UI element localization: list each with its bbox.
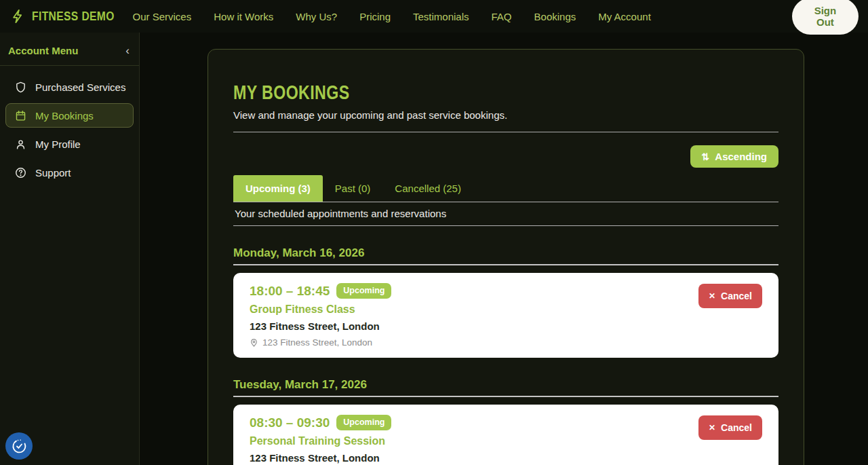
brand-name: FITNESS DEMO xyxy=(32,9,115,24)
tab-cancelled[interactable]: Cancelled (25) xyxy=(382,175,473,202)
sidebar-item-label: My Profile xyxy=(35,138,81,150)
nav-link-my-account[interactable]: My Account xyxy=(598,11,651,22)
nav-link-bookings[interactable]: Bookings xyxy=(534,11,576,22)
user-icon xyxy=(14,138,26,150)
brand-logo[interactable]: FITNESS DEMO xyxy=(11,8,133,24)
sort-button-label: Ascending xyxy=(715,151,767,162)
header-divider xyxy=(233,132,778,132)
booking-time-row: 18:00 – 18:45 Upcoming xyxy=(250,283,762,299)
nav-link-why-us[interactable]: Why Us? xyxy=(296,11,337,22)
booking-address: 123 Fitness Street, London xyxy=(250,320,762,332)
page-body: Account Menu ‹ Purchased Services xyxy=(0,33,868,465)
cancel-button-label: Cancel xyxy=(721,422,752,433)
lightning-bolt-icon xyxy=(11,8,26,24)
page-subtitle: View and manage your upcoming and past s… xyxy=(233,109,778,121)
date-heading: Tuesday, March 17, 2026 xyxy=(233,378,778,397)
shield-icon xyxy=(14,81,26,93)
close-icon: ✕ xyxy=(709,423,715,432)
cancel-booking-button[interactable]: ✕ Cancel xyxy=(698,284,762,308)
cancel-booking-button[interactable]: ✕ Cancel xyxy=(698,415,762,440)
bookings-tab-bar: Upcoming (3) Past (0) Cancelled (25) xyxy=(233,175,778,202)
booking-location-row: 123 Fitness Street, London xyxy=(250,337,762,348)
date-heading: Monday, March 16, 2026 xyxy=(233,246,778,265)
booking-time: 18:00 – 18:45 xyxy=(250,284,330,299)
sort-ascending-button[interactable]: ⇅ Ascending xyxy=(690,145,778,168)
chevron-left-icon: ‹ xyxy=(125,44,130,57)
sidebar-item-my-profile[interactable]: My Profile xyxy=(5,132,134,156)
booking-time: 08:30 – 09:30 xyxy=(250,415,330,430)
booking-address: 123 Fitness Street, London xyxy=(250,452,762,464)
help-icon xyxy=(14,166,26,179)
booking-card: 18:00 – 18:45 Upcoming ✕ Cancel Group Fi… xyxy=(233,273,778,358)
sidebar-header: Account Menu ‹ xyxy=(0,33,139,66)
my-bookings-panel: MY BOOKINGS View and manage your upcomin… xyxy=(208,49,804,465)
nav-link-our-services[interactable]: Our Services xyxy=(133,11,192,22)
accessibility-icon xyxy=(10,437,28,455)
close-icon: ✕ xyxy=(709,291,715,301)
status-badge: Upcoming xyxy=(336,415,391,430)
nav-link-testimonials[interactable]: Testimonials xyxy=(413,11,469,22)
booking-service-name: Group Fitness Class xyxy=(250,303,762,316)
accessibility-widget-button[interactable] xyxy=(5,432,33,460)
tab-description: Your scheduled appointments and reservat… xyxy=(233,202,778,226)
sidebar-menu: Purchased Services My Bookings xyxy=(0,66,139,193)
top-navigation-bar: FITNESS DEMO Our Services How it Works W… xyxy=(0,0,868,33)
cancel-button-label: Cancel xyxy=(721,291,752,301)
calendar-icon xyxy=(14,109,26,122)
location-pin-icon xyxy=(250,338,258,348)
account-sidebar: Account Menu ‹ Purchased Services xyxy=(0,33,140,465)
nav-link-faq[interactable]: FAQ xyxy=(492,11,512,22)
page-title: MY BOOKINGS xyxy=(233,81,350,104)
booking-location-text: 123 Fitness Street, London xyxy=(262,337,372,348)
main-content: MY BOOKINGS View and manage your upcomin… xyxy=(140,33,868,465)
booking-card: 08:30 – 09:30 Upcoming ✕ Cancel Personal… xyxy=(233,405,778,465)
sidebar-item-support[interactable]: Support xyxy=(5,160,134,185)
tab-upcoming[interactable]: Upcoming (3) xyxy=(233,175,323,202)
sidebar-item-label: My Bookings xyxy=(35,110,94,122)
sort-toolbar: ⇅ Ascending xyxy=(233,145,778,168)
sidebar-item-label: Purchased Services xyxy=(35,81,125,93)
sidebar-collapse-button[interactable]: ‹ xyxy=(125,45,130,56)
sidebar-item-purchased-services[interactable]: Purchased Services xyxy=(5,75,134,99)
nav-link-how-it-works[interactable]: How it Works xyxy=(214,11,273,22)
status-badge: Upcoming xyxy=(336,283,391,299)
sort-arrows-icon: ⇅ xyxy=(702,151,710,162)
sidebar-title: Account Menu xyxy=(8,45,78,56)
sign-out-button[interactable]: Sign Out xyxy=(792,0,859,35)
tab-past[interactable]: Past (0) xyxy=(323,175,383,202)
sidebar-item-my-bookings[interactable]: My Bookings xyxy=(5,103,134,128)
nav-link-pricing[interactable]: Pricing xyxy=(359,11,391,22)
booking-service-name: Personal Training Session xyxy=(250,435,762,447)
booking-time-row: 08:30 – 09:30 Upcoming xyxy=(250,415,762,430)
sidebar-item-label: Support xyxy=(35,167,71,179)
main-nav: Our Services How it Works Why Us? Pricin… xyxy=(133,11,651,22)
